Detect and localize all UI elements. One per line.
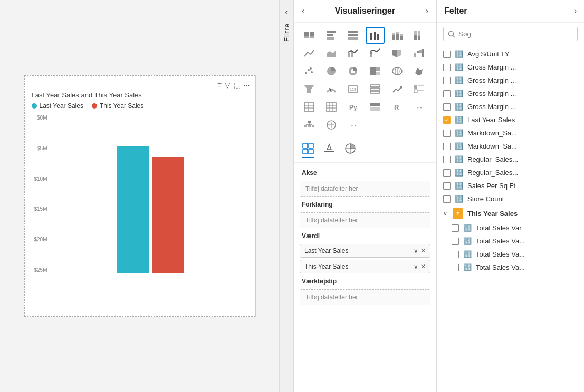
- felter-item-mds1[interactable]: 🔢 Markdown_Sa...: [437, 126, 584, 140]
- viz-icon-decomp[interactable]: [300, 116, 319, 133]
- y-label-5: $0M: [37, 115, 49, 121]
- svg-rect-15: [396, 34, 399, 40]
- felter-item-tsv4[interactable]: 🔢 Total Sales Va...: [437, 261, 584, 274]
- viz-nav-next[interactable]: ›: [426, 6, 428, 16]
- viz-icon-bar-100[interactable]: [343, 27, 362, 44]
- hamburger-icon[interactable]: ≡: [217, 81, 222, 89]
- remove-icon-2[interactable]: ✕: [420, 263, 426, 270]
- viz-icon-slicer[interactable]: [409, 81, 428, 97]
- svg-rect-58: [418, 90, 424, 91]
- viz-nav-prev[interactable]: ‹: [302, 6, 304, 16]
- remove-icon[interactable]: ✕: [420, 247, 426, 254]
- calc-icon-tsv1: 🔢: [463, 224, 472, 232]
- felter-item-mds2[interactable]: 🔢 Markdown_Sa...: [437, 140, 584, 153]
- collapse-chevron-icon[interactable]: ‹: [285, 7, 288, 17]
- viz-icon-python[interactable]: Py: [343, 99, 362, 115]
- checkbox-mds1[interactable]: [443, 130, 451, 137]
- viz-icon-clustered-bar[interactable]: [322, 27, 341, 44]
- tab-build[interactable]: [302, 142, 314, 158]
- viz-icon-clustered-column[interactable]: [366, 27, 385, 44]
- viz-icon-stacked-bar[interactable]: [300, 27, 319, 44]
- viz-icon-donut[interactable]: [343, 63, 362, 80]
- checkbox-gm1[interactable]: [443, 64, 451, 71]
- svg-rect-82: [309, 143, 313, 148]
- dropdown-icon[interactable]: ∨: [414, 247, 418, 254]
- viz-icon-table[interactable]: [300, 99, 319, 115]
- search-input[interactable]: [458, 30, 573, 38]
- viz-icon-r[interactable]: R: [388, 99, 407, 115]
- felter-label-gm2: Gross Margin ...: [467, 76, 578, 84]
- felter-item-gm1[interactable]: 🔢 Gross Margin ...: [437, 61, 584, 74]
- felter-item-spsf[interactable]: 🔢 Sales Per Sq Ft: [437, 179, 584, 192]
- viz-icon-kpi[interactable]: [388, 81, 407, 97]
- checkbox-tsv4[interactable]: [452, 264, 459, 271]
- felter-item-tsv1[interactable]: 🔢 Total Sales Var: [437, 221, 584, 234]
- svg-rect-84: [309, 149, 313, 154]
- felter-nav-next[interactable]: ›: [574, 6, 577, 16]
- viz-icon-more2[interactable]: ···: [409, 99, 428, 115]
- felter-item-lys[interactable]: 🔢 Last Year Sales: [437, 113, 584, 126]
- checkbox-rs1[interactable]: [443, 156, 451, 163]
- viz-icon-area[interactable]: [322, 45, 341, 62]
- viz-icon-stacked-column-100[interactable]: [409, 27, 428, 44]
- felter-item-tsv2[interactable]: 🔢 Total Sales Va...: [437, 234, 584, 248]
- viz-icon-card[interactable]: 123: [343, 81, 362, 97]
- chart-widget[interactable]: ≡ ▽ ⬚ ··· Last Year Sales and This Year …: [24, 75, 256, 317]
- viz-icon-custom[interactable]: [322, 116, 341, 133]
- vaerdi-item-last-year[interactable]: Last Year Sales ∨ ✕: [300, 244, 430, 258]
- chart-toolbar: ≡ ▽ ⬚ ···: [30, 81, 250, 89]
- filter-icon[interactable]: ▽: [225, 81, 231, 89]
- checkbox-avg[interactable]: [443, 51, 451, 58]
- viz-icon-treemap[interactable]: [366, 63, 385, 80]
- checkbox-spsf[interactable]: [443, 182, 451, 190]
- checkbox-tsv1[interactable]: [452, 224, 459, 232]
- checkbox-rs2[interactable]: [443, 169, 451, 177]
- felter-group-tys[interactable]: ∨ Σ This Year Sales: [437, 205, 584, 221]
- checkbox-lys[interactable]: [443, 116, 451, 124]
- checkbox-sc[interactable]: [443, 195, 451, 203]
- felter-item-tsv3[interactable]: 🔢 Total Sales Va...: [437, 248, 584, 261]
- felter-item-avg[interactable]: 🔢 Avg $/Unit TY: [437, 47, 584, 61]
- checkbox-tsv3[interactable]: [452, 251, 459, 258]
- viz-icon-line[interactable]: [300, 45, 319, 62]
- viz-icon-pie[interactable]: [322, 63, 341, 80]
- viz-icon-scatter[interactable]: [300, 63, 319, 80]
- viz-icon-stacked-column[interactable]: [388, 27, 407, 44]
- checkbox-gm3[interactable]: [443, 90, 451, 97]
- viz-icon-more3[interactable]: ···: [343, 116, 362, 133]
- filtre-collapse-panel[interactable]: ‹ Filtre: [279, 0, 294, 392]
- more-icon[interactable]: ···: [244, 81, 250, 89]
- vaerktoejstip-drop-zone[interactable]: Tilføj datafelter her: [300, 289, 430, 305]
- viz-icon-line-stacked[interactable]: [366, 45, 385, 62]
- viz-icon-ribbon[interactable]: [388, 45, 407, 62]
- viz-icon-table2[interactable]: [366, 99, 385, 115]
- viz-icon-matrix[interactable]: [322, 99, 341, 115]
- felter-header: Felter ›: [437, 0, 584, 23]
- checkbox-gm2[interactable]: [443, 77, 451, 84]
- viz-icon-gauge[interactable]: [322, 81, 341, 97]
- felter-item-gm2[interactable]: 🔢 Gross Margin ...: [437, 74, 584, 87]
- viz-icon-funnel[interactable]: [300, 81, 319, 97]
- tab-analytics[interactable]: [344, 142, 357, 158]
- felter-item-gm3[interactable]: 🔢 Gross Margin ...: [437, 87, 584, 100]
- viz-icon-waterfall[interactable]: [409, 45, 428, 62]
- tab-format[interactable]: [323, 142, 336, 158]
- vaerdi-item-this-year[interactable]: This Year Sales ∨ ✕: [300, 260, 430, 273]
- checkbox-tsv2[interactable]: [452, 238, 459, 245]
- akse-drop-zone[interactable]: Tilføj datafelter her: [300, 181, 430, 197]
- viz-icon-filled-map[interactable]: [409, 63, 428, 80]
- dropdown-icon-2[interactable]: ∨: [414, 263, 418, 270]
- felter-search-box[interactable]: [443, 27, 578, 41]
- felter-item-gm4[interactable]: 🔢 Gross Margin ...: [437, 100, 584, 113]
- viz-icon-line-column[interactable]: [343, 45, 362, 62]
- felter-label-rs2: Regular_Sales...: [467, 169, 578, 177]
- expand-icon[interactable]: ⬚: [234, 81, 241, 89]
- felter-item-rs2[interactable]: 🔢 Regular_Sales...: [437, 166, 584, 179]
- checkbox-mds2[interactable]: [443, 143, 451, 150]
- felter-item-rs1[interactable]: 🔢 Regular_Sales...: [437, 153, 584, 166]
- felter-item-sc[interactable]: 🔢 Store Count: [437, 192, 584, 205]
- viz-icon-multi-card[interactable]: [366, 81, 385, 97]
- checkbox-gm4[interactable]: [443, 103, 451, 111]
- viz-icon-map[interactable]: [388, 63, 407, 80]
- forklaring-drop-zone[interactable]: Tilføj datafelter her: [300, 212, 430, 228]
